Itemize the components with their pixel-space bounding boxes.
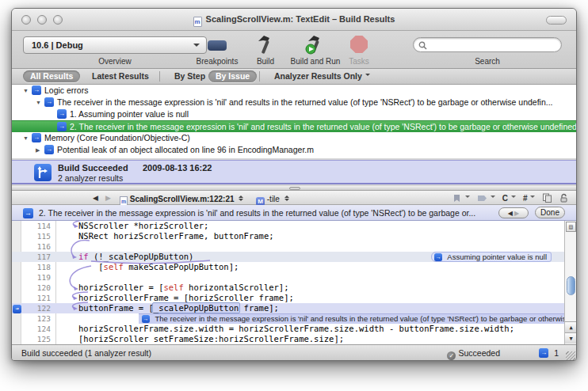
- code-line-116[interactable]: 116: [12, 241, 566, 252]
- analyzer-count-indicator[interactable]: → 1: [539, 348, 559, 358]
- result-row[interactable]: →1. Assuming pointer value is null: [12, 108, 576, 120]
- build-and-run-hammer-icon[interactable]: [302, 34, 327, 56]
- code-line-122[interactable]: 122→buttonFrame = [_scalePopUpButton fra…: [12, 303, 566, 313]
- lock-icon[interactable]: [559, 193, 568, 203]
- code-line-125[interactable]: 125[horizScroller setFrameSize:horizScro…: [12, 334, 566, 344]
- code-line-123[interactable]: 123→ The receiver in the message express…: [12, 313, 566, 324]
- result-label: 1. Assuming pointer value is null: [70, 109, 189, 119]
- counterpart-pages-icon[interactable]: [542, 193, 552, 203]
- code-line-120[interactable]: 120horizScroller = [self horizontalScrol…: [12, 283, 566, 293]
- breakpoints-icon[interactable]: [208, 40, 227, 51]
- disclosure-open-icon[interactable]: ▼: [23, 85, 32, 97]
- splitter-handle-icon[interactable]: [289, 187, 300, 190]
- overview-popup[interactable]: 10.6 | Debug: [23, 36, 207, 54]
- search-icon: [418, 41, 427, 50]
- build-succeeded-banner[interactable]: Build Succeeded 2009-08-13 16:22 2 analy…: [12, 160, 576, 184]
- status-bar: Build succeeded (1 analyzer result) ✓Suc…: [12, 344, 576, 361]
- result-row[interactable]: ▼→Memory (Core Foundation/Objective-C): [12, 132, 576, 144]
- result-row[interactable]: ▼→The receiver in the message expression…: [12, 97, 576, 108]
- toolbar-toggle-button[interactable]: [546, 16, 567, 25]
- code-text: horizScrollerFrame.size.width = horizScr…: [78, 324, 514, 334]
- succeeded-indicator[interactable]: ✓Succeeded: [447, 348, 500, 360]
- code-line-121[interactable]: 121horizScrollerFrame = [horizScroller f…: [12, 293, 566, 303]
- result-row[interactable]: ▶→Potential leak of an object allocated …: [12, 144, 576, 156]
- tasks-stop-icon: [350, 36, 368, 53]
- inline-note-annotation[interactable]: → Assuming pointer value is null: [431, 252, 552, 262]
- file-popup[interactable]: m ScalingScrollView.m:122:21: [120, 193, 243, 206]
- code-line-114[interactable]: 114NSScroller *horizScroller;: [12, 221, 566, 231]
- desktop-background: mScalingScrollView.m: TextEdit – Build R…: [0, 0, 588, 391]
- issue-message: 2. The receiver in the message expressio…: [39, 208, 475, 218]
- bookmarks-menu-icon[interactable]: [452, 194, 470, 203]
- line-number: 120: [22, 283, 51, 293]
- code-line-118[interactable]: 118 [self makeScalePopUpButton];: [12, 262, 566, 272]
- filter-divider: [259, 71, 260, 82]
- build-hammer-icon[interactable]: [254, 34, 277, 56]
- code-text: NSRect horizScrollerFrame, buttonFrame;: [78, 231, 274, 241]
- analyzer-icon: →: [32, 85, 41, 95]
- issue-prev-next-buttons[interactable]: ◀ ▶: [498, 207, 529, 218]
- history-back-button[interactable]: ◀: [93, 193, 98, 203]
- build-analyzer-count: 2 analyzer results: [58, 173, 123, 183]
- line-number: 115: [22, 231, 51, 241]
- scroll-up-icon[interactable]: ▲: [565, 321, 576, 332]
- line-number: 116: [22, 241, 51, 252]
- scrollbar-thumb[interactable]: [567, 276, 575, 295]
- analyzer-icon: →: [44, 145, 54, 154]
- resize-grip-icon[interactable]: [566, 351, 575, 361]
- line-number: 125: [22, 334, 51, 344]
- line-number: 124: [22, 324, 51, 334]
- result-label: Logic errors: [44, 85, 88, 95]
- tasks-label: Tasks: [340, 57, 378, 66]
- build-results-window: mScalingScrollView.m: TextEdit – Build R…: [11, 8, 577, 361]
- check-circle-icon: ✓: [447, 351, 456, 360]
- breakpoints-label[interactable]: Breakpoints: [188, 57, 246, 66]
- breakpoints-menu-icon[interactable]: [477, 194, 495, 203]
- inline-issue-annotation[interactable]: → The receiver in the message expression…: [139, 313, 566, 324]
- code-line-115[interactable]: 115NSRect horizScrollerFrame, buttonFram…: [12, 231, 566, 241]
- analyzer-icon: →: [44, 97, 54, 107]
- filter-all-results[interactable]: All Results: [23, 70, 80, 82]
- next-issue-icon: ▶: [514, 210, 519, 217]
- result-label: Potential leak of an object allocated on…: [57, 145, 314, 154]
- line-number: 117: [22, 252, 51, 262]
- code-text: [horizScroller setFrameSize:horizScrolle…: [78, 334, 344, 344]
- analyzer-banner-icon: [34, 164, 52, 181]
- line-number-menu-icon[interactable]: #: [523, 194, 536, 203]
- build-label[interactable]: Build: [250, 57, 281, 66]
- analyzer-icon: →: [539, 348, 548, 358]
- code-line-119[interactable]: 119: [12, 272, 566, 283]
- scroll-down-icon[interactable]: ▼: [565, 332, 576, 344]
- code-line-124[interactable]: 124horizScrollerFrame.size.width = horiz…: [12, 324, 566, 334]
- history-forward-button: ▶: [105, 193, 111, 203]
- popup-stepper-icon: [284, 193, 289, 203]
- popup-arrow-icon: [193, 44, 200, 50]
- line-number: 119: [22, 272, 51, 283]
- filter-analyzer-only[interactable]: Analyzer Results Only: [267, 70, 377, 82]
- filter-by-step[interactable]: By Step: [167, 70, 212, 82]
- title-bar[interactable]: mScalingScrollView.m: TextEdit – Build R…: [12, 9, 576, 31]
- analyzer-icon: →: [434, 253, 442, 261]
- result-row[interactable]: ▼→Logic errors: [12, 85, 576, 97]
- filter-latest-results[interactable]: Latest Results: [85, 70, 156, 82]
- filter-by-issue[interactable]: By Issue: [208, 70, 257, 82]
- status-message: Build succeeded (1 analyzer result): [21, 348, 151, 358]
- line-number: 118: [22, 262, 51, 272]
- analyzer-icon: →: [13, 305, 21, 313]
- editor-scrollbar[interactable]: ▤ ▲ ▼: [564, 221, 576, 344]
- disclosure-open-icon[interactable]: ▼: [36, 97, 44, 108]
- editor-nav-bar: ◀ ▶ m ScalingScrollView.m:122:21 M -tile…: [12, 191, 576, 205]
- document-icon: m: [193, 17, 202, 27]
- disclosure-closed-icon[interactable]: ▶: [36, 144, 44, 156]
- split-editor-icon[interactable]: ▤: [566, 222, 576, 232]
- done-button[interactable]: Done: [535, 207, 565, 218]
- search-label: Search: [413, 57, 562, 66]
- search-input[interactable]: [413, 37, 562, 52]
- disclosure-open-icon[interactable]: ▼: [23, 132, 32, 144]
- method-popup[interactable]: M -tile: [256, 193, 289, 206]
- result-row[interactable]: →2. The receiver in the message expressi…: [12, 120, 576, 132]
- counterparts-menu-icon[interactable]: C: [502, 194, 516, 203]
- code-editor[interactable]: 114NSScroller *horizScroller;115NSRect h…: [12, 221, 576, 344]
- build-timestamp: 2009-08-13 16:22: [143, 163, 212, 173]
- code-line-117[interactable]: 117if (!_scalePopUpButton)→ Assuming poi…: [12, 252, 566, 262]
